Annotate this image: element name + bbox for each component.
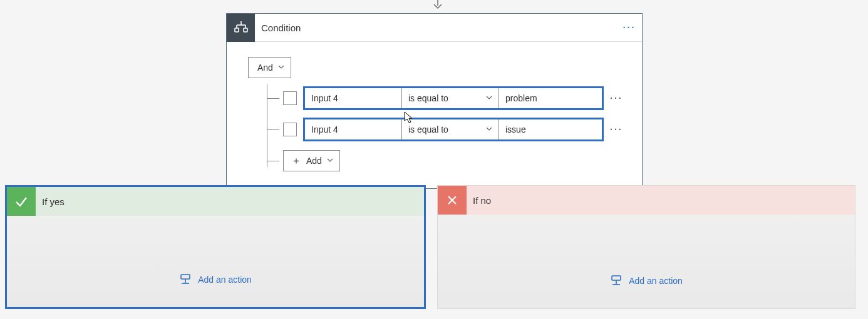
if-yes-add-action-label: Add an action bbox=[198, 275, 252, 285]
if-yes-add-action-button[interactable]: Add an action bbox=[7, 273, 424, 286]
logical-operator-label: And bbox=[257, 63, 273, 73]
operator-value: is equal to bbox=[408, 124, 448, 134]
condition-row: Input 4 is equal to problem ··· bbox=[248, 84, 623, 112]
row-menu-button[interactable]: ··· bbox=[610, 93, 623, 103]
row-select-checkbox[interactable] bbox=[283, 123, 297, 136]
add-condition-button[interactable]: ＋ Add bbox=[283, 150, 340, 171]
operand-right-input[interactable]: issue bbox=[499, 119, 602, 139]
chevron-down-icon bbox=[327, 156, 333, 165]
logical-operator-dropdown[interactable]: And bbox=[248, 57, 291, 78]
if-no-title: If no bbox=[467, 195, 491, 206]
condition-header: Condition ··· bbox=[227, 14, 642, 42]
insert-step-icon bbox=[610, 275, 623, 287]
row-select-checkbox[interactable] bbox=[283, 91, 297, 105]
add-row: ＋ Add bbox=[248, 147, 623, 175]
if-yes-title: If yes bbox=[36, 196, 65, 207]
svg-rect-5 bbox=[235, 28, 239, 32]
if-yes-branch: If yes Add an action bbox=[5, 185, 426, 309]
plus-icon: ＋ bbox=[291, 156, 301, 166]
operand-left-input[interactable]: Input 4 bbox=[305, 119, 402, 139]
svg-rect-12 bbox=[612, 276, 621, 280]
condition-expression: Input 4 is equal to issue bbox=[303, 118, 604, 141]
operator-dropdown[interactable]: is equal to bbox=[402, 119, 499, 139]
svg-rect-7 bbox=[181, 275, 190, 279]
operand-right-input[interactable]: problem bbox=[499, 88, 602, 108]
operand-right-value: issue bbox=[505, 124, 526, 134]
if-no-add-action-button[interactable]: Add an action bbox=[438, 275, 855, 287]
operator-dropdown[interactable]: is equal to bbox=[402, 88, 499, 108]
operand-left-value: Input 4 bbox=[311, 124, 338, 134]
chevron-down-icon bbox=[278, 63, 284, 72]
condition-card: Condition ··· And Input 4 is equal to bbox=[226, 13, 643, 189]
condition-row: Input 4 is equal to issue ··· bbox=[248, 116, 623, 143]
branches: If yes Add an action If no bbox=[5, 185, 855, 309]
chevron-down-icon bbox=[486, 94, 492, 103]
svg-rect-6 bbox=[244, 28, 247, 32]
condition-expression: Input 4 is equal to problem bbox=[303, 86, 604, 110]
condition-menu-button[interactable]: ··· bbox=[617, 23, 642, 33]
insert-step-icon bbox=[179, 273, 192, 286]
row-menu-button[interactable]: ··· bbox=[610, 124, 623, 134]
condition-rows: Input 4 is equal to problem ··· bbox=[248, 84, 623, 175]
add-label: Add bbox=[306, 156, 322, 166]
condition-icon bbox=[227, 14, 255, 42]
close-icon bbox=[438, 186, 467, 215]
operand-left-value: Input 4 bbox=[311, 93, 338, 103]
if-no-header: If no bbox=[438, 186, 855, 215]
operand-right-value: problem bbox=[505, 93, 537, 103]
chevron-down-icon bbox=[486, 125, 492, 134]
if-yes-header: If yes bbox=[7, 187, 424, 216]
if-no-branch: If no Add an action bbox=[437, 185, 855, 309]
operator-value: is equal to bbox=[408, 93, 448, 103]
check-icon bbox=[7, 187, 36, 216]
operand-left-input[interactable]: Input 4 bbox=[305, 88, 402, 108]
condition-title: Condition bbox=[255, 23, 617, 33]
condition-body: And Input 4 is equal to bbox=[227, 42, 642, 188]
flow-arrow-down-icon bbox=[432, 0, 443, 13]
if-no-add-action-label: Add an action bbox=[629, 276, 683, 286]
